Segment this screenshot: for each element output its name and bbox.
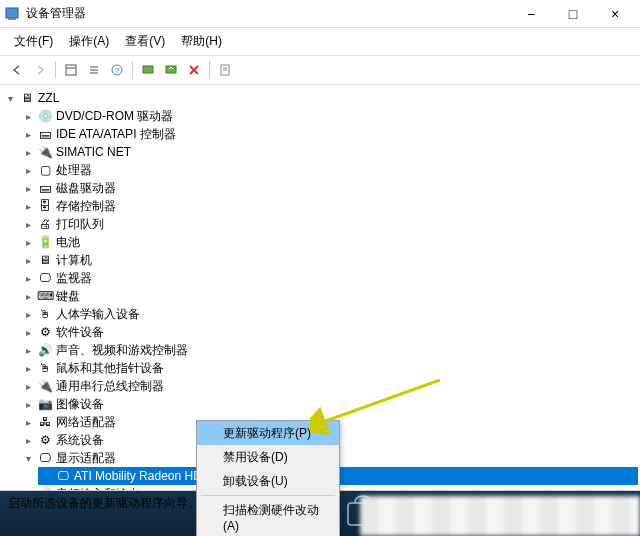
minimize-button[interactable]: − <box>510 0 552 28</box>
node-label: 系统设备 <box>56 432 104 449</box>
menu-uninstall-device[interactable]: 卸载设备(U) <box>197 469 339 493</box>
chevron-right-icon[interactable]: ▸ <box>22 183 34 194</box>
tree-node[interactable]: ▸🖱人体学输入设备 <box>20 305 638 323</box>
chevron-right-icon[interactable]: ▸ <box>22 345 34 356</box>
tree-node[interactable]: ▸🔌通用串行总线控制器 <box>20 377 638 395</box>
chevron-right-icon[interactable]: ▸ <box>22 489 34 491</box>
tree-node[interactable]: ▸🖥计算机 <box>20 251 638 269</box>
node-label: 打印队列 <box>56 216 104 233</box>
chevron-right-icon[interactable]: ▸ <box>22 147 34 158</box>
toolbar-separator <box>132 61 133 79</box>
node-label: 鼠标和其他指针设备 <box>56 360 164 377</box>
chevron-down-icon[interactable]: ▾ <box>22 453 34 464</box>
disk-icon: 🖴 <box>37 180 53 196</box>
chevron-right-icon[interactable]: ▸ <box>22 363 34 374</box>
chevron-right-icon[interactable]: ▸ <box>22 291 34 302</box>
tree-node[interactable]: ▸🔌SIMATIC NET <box>20 143 638 161</box>
usb-icon: 🔌 <box>37 378 53 394</box>
tree-node[interactable]: ▸🖱鼠标和其他指针设备 <box>20 359 638 377</box>
menu-help[interactable]: 帮助(H) <box>173 30 230 53</box>
toolbar-separator <box>209 61 210 79</box>
menu-file[interactable]: 文件(F) <box>6 30 61 53</box>
uninstall-button[interactable] <box>183 59 205 81</box>
chevron-right-icon[interactable]: ▸ <box>22 273 34 284</box>
tree-node[interactable]: ▸💿DVD/CD-ROM 驱动器 <box>20 107 638 125</box>
node-label: 监视器 <box>56 270 92 287</box>
chevron-right-icon[interactable]: ▸ <box>22 129 34 140</box>
show-hide-button[interactable] <box>60 59 82 81</box>
chevron-right-icon[interactable]: ▸ <box>22 111 34 122</box>
update-driver-button[interactable] <box>160 59 182 81</box>
tree-node[interactable]: ▸🔊声音、视频和游戏控制器 <box>20 341 638 359</box>
chevron-right-icon[interactable]: ▸ <box>22 435 34 446</box>
svg-rect-1 <box>8 18 16 20</box>
menu-view[interactable]: 查看(V) <box>117 30 173 53</box>
disc-icon: 💿 <box>37 108 53 124</box>
taskbar-blurred <box>360 496 640 536</box>
list-button[interactable] <box>83 59 105 81</box>
node-label: 存储控制器 <box>56 198 116 215</box>
nav-back-button[interactable] <box>6 59 28 81</box>
node-label: SIMATIC NET <box>56 145 131 159</box>
menubar: 文件(F) 操作(A) 查看(V) 帮助(H) <box>0 28 640 55</box>
tree-node[interactable]: ▸🗄存储控制器 <box>20 197 638 215</box>
toolbar: ? <box>0 55 640 85</box>
node-label: 声音、视频和游戏控制器 <box>56 342 188 359</box>
battery-icon: 🔋 <box>37 234 53 250</box>
svg-rect-2 <box>66 65 76 75</box>
properties-button[interactable] <box>214 59 236 81</box>
app-icon <box>4 6 20 22</box>
node-label: 电池 <box>56 234 80 251</box>
cpu-icon: ▢ <box>37 162 53 178</box>
chevron-right-icon[interactable]: ▸ <box>22 309 34 320</box>
node-label: 图像设备 <box>56 396 104 413</box>
scan-button[interactable] <box>137 59 159 81</box>
storage-icon: 🗄 <box>37 198 53 214</box>
tree-root[interactable]: ▾ 🖥 ZZL <box>2 89 638 107</box>
node-label: 显示适配器 <box>56 450 116 467</box>
chevron-right-icon[interactable]: ▸ <box>22 165 34 176</box>
mouse-icon: 🖱 <box>37 360 53 376</box>
tree-node[interactable]: ▸🖨打印队列 <box>20 215 638 233</box>
sound-icon: 🔊 <box>37 342 53 358</box>
tree-node[interactable]: ▸🖵监视器 <box>20 269 638 287</box>
tree-node[interactable]: ▸▢处理器 <box>20 161 638 179</box>
node-label: 磁盘驱动器 <box>56 180 116 197</box>
tree-node[interactable]: ▸🖴IDE ATA/ATAPI 控制器 <box>20 125 638 143</box>
menu-action[interactable]: 操作(A) <box>61 30 117 53</box>
nav-forward-button[interactable] <box>29 59 51 81</box>
chevron-right-icon[interactable]: ▸ <box>22 327 34 338</box>
chevron-right-icon[interactable]: ▸ <box>22 381 34 392</box>
node-label: DVD/CD-ROM 驱动器 <box>56 108 173 125</box>
node-label: 处理器 <box>56 162 92 179</box>
chevron-right-icon[interactable]: ▸ <box>22 399 34 410</box>
tree-node[interactable]: ▸🖴磁盘驱动器 <box>20 179 638 197</box>
chevron-down-icon[interactable]: ▾ <box>4 93 16 104</box>
chevron-right-icon[interactable]: ▸ <box>22 201 34 212</box>
node-label: 音频输入和输出 <box>56 486 140 491</box>
help-button[interactable]: ? <box>106 59 128 81</box>
software-icon: ⚙ <box>37 324 53 340</box>
tree-node[interactable]: ▸📷图像设备 <box>20 395 638 413</box>
menu-separator <box>201 495 335 496</box>
chevron-right-icon[interactable]: ▸ <box>22 255 34 266</box>
menu-disable-device[interactable]: 禁用设备(D) <box>197 445 339 469</box>
menu-update-driver[interactable]: 更新驱动程序(P) <box>197 421 339 445</box>
context-menu: 更新驱动程序(P) 禁用设备(D) 卸载设备(U) 扫描检测硬件改动(A) 属性… <box>196 420 340 536</box>
tree-node[interactable]: ▸⌨键盘 <box>20 287 638 305</box>
computer-icon: 🖥 <box>37 252 53 268</box>
tree-node[interactable]: ▸⚙软件设备 <box>20 323 638 341</box>
svg-rect-0 <box>6 8 18 18</box>
keyboard-icon: ⌨ <box>37 288 53 304</box>
network-icon: 🖧 <box>37 414 53 430</box>
chevron-right-icon[interactable]: ▸ <box>22 417 34 428</box>
tree-node[interactable]: ▸🔋电池 <box>20 233 638 251</box>
chevron-right-icon[interactable]: ▸ <box>22 237 34 248</box>
close-button[interactable]: × <box>594 0 636 28</box>
status-text: 启动所选设备的更新驱动程序向导。 <box>8 496 200 510</box>
node-label: 网络适配器 <box>56 414 116 431</box>
chevron-right-icon[interactable]: ▸ <box>22 219 34 230</box>
maximize-button[interactable]: □ <box>552 0 594 28</box>
chevron-spacer <box>40 471 52 482</box>
menu-scan-hardware[interactable]: 扫描检测硬件改动(A) <box>197 498 339 536</box>
